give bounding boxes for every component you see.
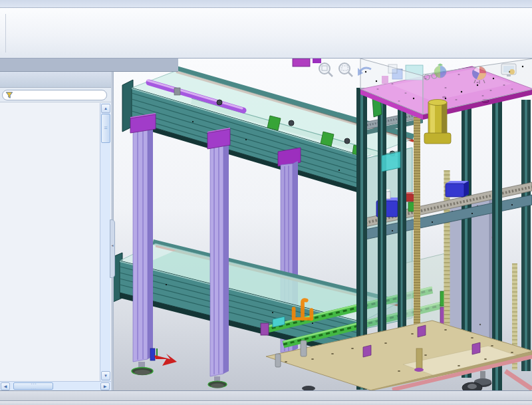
command-manager-tabs [0,59,178,72]
scroll-right-icon[interactable]: ▶ [100,382,110,390]
study-tab-bar [0,390,532,400]
scrollbar-thumb[interactable] [13,382,53,390]
3d-assembly-model[interactable] [113,59,532,390]
panel-collapse-handle[interactable]: ◂ [110,219,115,278]
scrollbar-thumb[interactable] [101,114,110,143]
zoom-to-fit-icon [319,63,332,76]
view-settings-icon [501,64,516,76]
scroll-down-icon[interactable]: ▼ [101,371,110,380]
solidworks-window: ▲ ▼ ◀ ▶ ◂ [0,0,532,405]
origin-triad-x-arrow [154,354,177,366]
top-toolbar-strip [0,0,532,8]
view-orientation-icon [388,65,397,73]
feature-tree [0,103,100,381]
tree-horizontal-scrollbar[interactable]: ◀ ▶ [0,381,111,390]
edit-appearance-icon [434,64,446,78]
filter-funnel-icon [5,91,13,99]
filter-input[interactable] [2,90,107,100]
ribbon-separator [5,14,6,53]
tree-vertical-scrollbar[interactable]: ▲ ▼ [100,103,110,381]
panel-header-tabs [0,72,113,88]
scroll-up-icon[interactable]: ▲ [101,104,110,113]
command-manager-ribbon [0,8,532,59]
graphics-viewport[interactable] [113,59,532,390]
feature-manager-panel: ▲ ▼ ◀ ▶ [0,72,113,390]
tree-filter-bar [0,88,113,102]
support-column-front-mid [207,128,230,388]
zoom-to-area-icon [339,63,352,76]
scroll-left-icon[interactable]: ◀ [1,382,10,390]
status-bar [0,400,532,405]
